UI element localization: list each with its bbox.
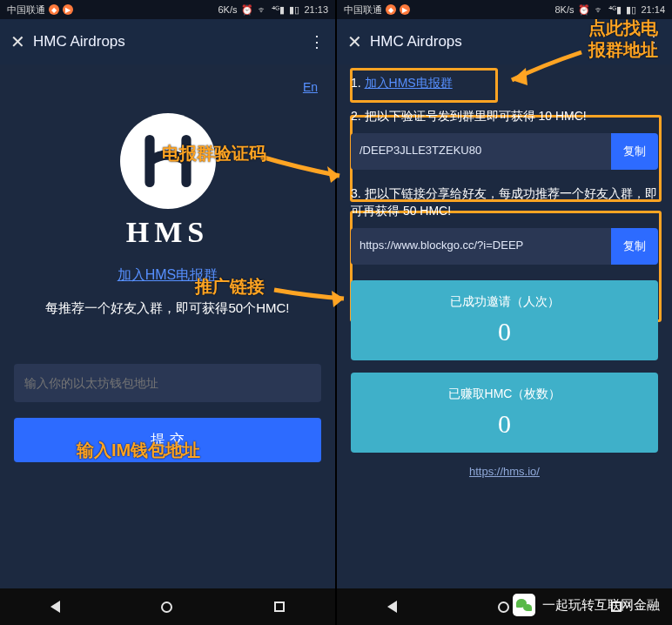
copy-url-button[interactable]: 复制 xyxy=(611,228,658,265)
footer-link[interactable]: https://hms.io/ xyxy=(351,465,658,478)
stat-invites-value: 0 xyxy=(360,317,649,346)
step-2: 2. 把以下验证号发到群里即可获得 10 HMC! /DEEP3JLLE3TZE… xyxy=(351,108,658,171)
signal-icon: ⁴ᴳ▮ xyxy=(608,4,622,16)
wechat-label: 一起玩转互联网金融 xyxy=(542,597,660,614)
close-icon[interactable]: ✕ xyxy=(347,31,370,52)
wechat-icon xyxy=(513,594,535,616)
stat-invites: 已成功邀请（人次） 0 xyxy=(351,280,658,360)
submit-button[interactable]: 提 交 xyxy=(14,418,321,462)
join-telegram-link[interactable]: 加入HMS电报群 xyxy=(365,76,453,90)
join-telegram-link[interactable]: 加入HMS电报群 xyxy=(118,266,218,285)
step-1: 1. 加入HMS电报群 xyxy=(351,75,658,92)
menu-icon[interactable]: ⋮ xyxy=(309,32,325,51)
signal-icon: ⁴ᴳ▮ xyxy=(272,4,285,16)
nav-recent-icon[interactable] xyxy=(274,601,285,612)
stat-earned-label: 已赚取HMC（枚数） xyxy=(360,386,649,402)
menu-icon[interactable]: ⋮ xyxy=(646,32,662,51)
nav-home-icon[interactable] xyxy=(161,601,172,613)
clock: 21:13 xyxy=(304,4,328,15)
step-2-title: 2. 把以下验证号发到群里即可获得 10 HMC! xyxy=(351,108,658,125)
notif-icon: ◆ xyxy=(386,4,396,15)
referral-url-field[interactable]: https://www.blockgo.cc/?i=DEEP xyxy=(351,228,611,265)
stat-earned-value: 0 xyxy=(360,409,649,439)
stat-earned: 已赚取HMC（枚数） 0 xyxy=(351,373,658,453)
app-title: HMC Airdrops xyxy=(33,33,125,50)
net-speed: 6K/s xyxy=(218,4,237,15)
content: En HMS 加入HMS电报群 每推荐一个好友入群，即可获得50个HMC! 提 … xyxy=(0,64,335,588)
carrier-label: 中国联通 xyxy=(344,3,382,17)
app-bar: ✕ HMC Airdrops ⋮ xyxy=(0,19,335,64)
status-bar: 中国联通 ◆ ▶ 6K/s ⏰ ᯤ ⁴ᴳ▮ ▮▯ 21:13 xyxy=(0,0,335,19)
step-3: 3. 把以下链接分享给好友，每成功推荐一个好友入群，即可再获得 50 HMC! … xyxy=(351,185,658,265)
nav-back-icon[interactable] xyxy=(50,601,60,613)
clock: 21:14 xyxy=(641,4,665,15)
nav-back-icon[interactable] xyxy=(387,601,397,613)
wallet-address-input[interactable] xyxy=(14,364,321,402)
android-nav-bar xyxy=(0,588,335,625)
promo-text: 每推荐一个好友入群，即可获得50个HMC! xyxy=(14,300,321,317)
copy-code-button[interactable]: 复制 xyxy=(611,133,658,170)
close-icon[interactable]: ✕ xyxy=(10,31,33,52)
stat-invites-label: 已成功邀请（人次） xyxy=(360,294,649,310)
app-title: HMC Airdrops xyxy=(370,33,462,50)
status-bar: 中国联通 ◆ ▶ 8K/s ⏰ ᯤ ⁴ᴳ▮ ▮▯ 21:14 xyxy=(337,0,672,19)
notif-icon: ▶ xyxy=(400,4,410,15)
wifi-icon: ᯤ xyxy=(595,4,604,15)
content: 1. 加入HMS电报群 2. 把以下验证号发到群里即可获得 10 HMC! /D… xyxy=(337,64,672,588)
alarm-icon: ⏰ xyxy=(241,4,253,16)
wechat-watermark: 一起玩转互联网金融 xyxy=(513,594,660,616)
nav-home-icon[interactable] xyxy=(498,601,509,613)
verify-code-field[interactable]: /DEEP3JLLE3TZEKU80 xyxy=(351,133,611,170)
carrier-label: 中国联通 xyxy=(7,3,45,17)
net-speed: 8K/s xyxy=(554,4,574,15)
phone-left: 中国联通 ◆ ▶ 6K/s ⏰ ᯤ ⁴ᴳ▮ ▮▯ 21:13 ✕ HMC Air… xyxy=(0,0,337,625)
alarm-icon: ⏰ xyxy=(578,4,590,16)
notif-icon: ◆ xyxy=(49,4,59,15)
step-3-title: 3. 把以下链接分享给好友，每成功推荐一个好友入群，即可再获得 50 HMC! xyxy=(351,185,658,219)
app-bar: ✕ HMC Airdrops ⋮ xyxy=(337,19,672,64)
battery-icon: ▮▯ xyxy=(289,4,299,16)
hms-logo-icon xyxy=(120,113,216,209)
wifi-icon: ᯤ xyxy=(258,4,267,15)
logo-text: HMS xyxy=(126,216,209,249)
notif-icon: ▶ xyxy=(63,4,73,15)
battery-icon: ▮▯ xyxy=(626,4,636,16)
phone-right: 中国联通 ◆ ▶ 8K/s ⏰ ᯤ ⁴ᴳ▮ ▮▯ 21:14 ✕ HMC Air… xyxy=(337,0,672,625)
lang-en-link[interactable]: En xyxy=(14,75,321,106)
